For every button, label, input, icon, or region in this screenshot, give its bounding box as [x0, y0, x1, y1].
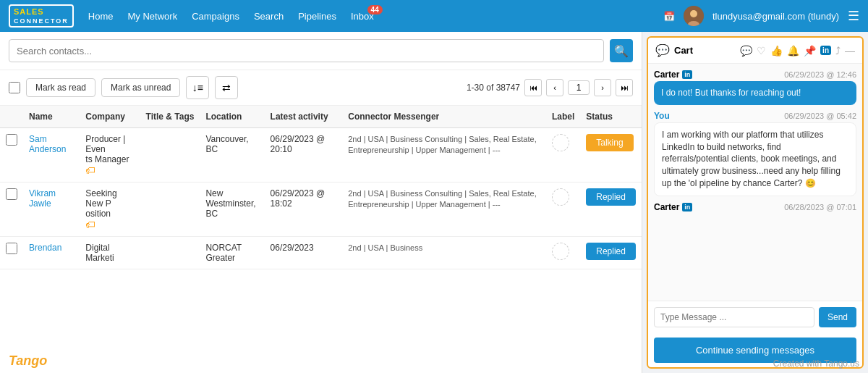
company-cell: Digital Marketi [80, 237, 140, 269]
toolbar: Mark as read Mark as unread ↓≡ ⇄ 1-30 of… [0, 70, 642, 106]
comment-icon[interactable]: 💬 [740, 45, 752, 56]
msg-time: 06/28/2023 @ 07:01 [784, 203, 856, 211]
table-row: Vikram Jawle Seeking New Position🏷 NewWe… [0, 183, 642, 237]
first-page-button[interactable]: ⏮ [524, 79, 542, 96]
company-cell: Seeking New Position🏷 [80, 183, 140, 237]
mark-read-button[interactable]: Mark as read [26, 78, 95, 97]
bell-icon[interactable]: 🔔 [787, 45, 799, 56]
activity-cell: 06/29/2023 @ 18:02 [265, 183, 343, 237]
msg-sender: Carter in [654, 70, 692, 80]
message-input-area: Send [648, 301, 862, 333]
table-row: Brendan Digital Marketi NORCATGreater 06… [0, 237, 642, 269]
messenger-header: 💬 Cart 💬 ♡ 👍 🔔 📌 in ⤴ — [648, 38, 862, 64]
message-input[interactable] [654, 307, 814, 327]
contact-name-link[interactable]: Vikram Jawle [29, 188, 56, 209]
label-circle[interactable] [552, 243, 569, 260]
col-company: Company [80, 106, 140, 128]
mark-unread-button[interactable]: Mark as unread [101, 78, 180, 97]
company-cell: Producer | Events Manager🏷 [80, 128, 140, 183]
nav-pipelines[interactable]: Pipelines [298, 11, 336, 22]
location-cell: NORCATGreater [200, 237, 264, 269]
you-label: You [654, 111, 670, 121]
assign-icon-button[interactable]: ↓≡ [186, 76, 209, 99]
nav-campaigns[interactable]: Campaigns [192, 11, 239, 22]
linkedin-badge: in [682, 70, 692, 79]
status-replied-button[interactable]: Replied [586, 243, 636, 260]
nav-search[interactable]: Search [254, 11, 284, 22]
next-page-button[interactable]: › [594, 79, 611, 96]
nav-right-section: 📅 tlundyusa@gmail.com (tlundy) ☰ [663, 6, 859, 26]
msg-meta: You 06/29/2023 @ 05:42 [654, 111, 856, 121]
col-connector: Connector Messenger [342, 106, 546, 128]
location-cell: NewWestminster,BC [200, 183, 264, 237]
status-replied-button[interactable]: Replied [586, 188, 636, 206]
contact-name-link[interactable]: Brendan [29, 243, 61, 253]
contact-name-link[interactable]: Sam Anderson [29, 134, 66, 154]
messages-area: Carter in 06/29/2023 @ 12:46 I do not! B… [648, 64, 862, 301]
pagination-text: 1-30 of 38747 [467, 83, 520, 93]
linkedin-badge: in [682, 203, 692, 211]
connector-cell: 2nd | USA | Business Consulting | Sales,… [348, 189, 537, 209]
col-activity: Latest activity [265, 106, 343, 128]
search-button[interactable]: 🔍 [610, 39, 633, 62]
title-cell [140, 237, 200, 269]
footer: Tango [9, 353, 47, 369]
minimize-icon[interactable]: — [845, 45, 855, 56]
row-checkbox[interactable] [6, 243, 17, 254]
title-cell [140, 128, 200, 183]
nav-inbox[interactable]: Inbox 44 [351, 11, 374, 22]
activity-cell: 06/29/2023 @ 20:10 [265, 128, 343, 183]
table-row: Sam Anderson Producer | Events Manager🏷 … [0, 128, 642, 183]
thumbup-icon[interactable]: 👍 [770, 45, 783, 56]
share-icon[interactable]: ⤴ [835, 45, 841, 56]
search-input[interactable] [9, 39, 604, 62]
linkedin-icon[interactable]: in [820, 46, 831, 55]
label-circle[interactable] [552, 134, 569, 151]
svg-point-1 [690, 10, 697, 17]
left-panel: 🔍 Mark as read Mark as unread ↓≡ ⇄ 1-30 … [0, 32, 642, 373]
prev-page-button[interactable]: ‹ [546, 79, 563, 96]
message-received-2: Carter in 06/28/2023 @ 07:01 [654, 202, 856, 214]
tango-logo: Tango [9, 353, 47, 368]
activity-cell: 06/29/2023 [265, 237, 343, 269]
pin-icon[interactable]: 📌 [804, 45, 816, 56]
send-button[interactable]: Send [819, 307, 856, 327]
msg-sender: Carter in [654, 202, 692, 212]
nav-my-network[interactable]: My Network [128, 11, 178, 22]
last-page-button[interactable]: ⏭ [616, 79, 633, 96]
logo: SALESCONNECTOR [9, 4, 74, 28]
col-title: Title & Tags [140, 106, 200, 128]
page-input[interactable] [568, 80, 590, 95]
hamburger-icon[interactable]: ☰ [848, 8, 859, 24]
col-location: Location [200, 106, 264, 128]
select-all-checkbox[interactable] [9, 82, 20, 93]
connector-cell: 2nd | USA | Business [348, 243, 422, 252]
label-circle[interactable] [552, 188, 569, 206]
status-talking-button[interactable]: Talking [586, 134, 633, 151]
heart-icon[interactable]: ♡ [757, 45, 766, 56]
search-bar: 🔍 [0, 32, 642, 70]
shuffle-icon-button[interactable]: ⇄ [215, 76, 238, 99]
col-name: Name [23, 106, 80, 128]
inbox-badge: 44 [367, 5, 383, 14]
msg-time: 06/29/2023 @ 05:42 [784, 112, 856, 120]
title-cell [140, 183, 200, 237]
messenger-header-icons: 💬 ♡ 👍 🔔 📌 in ⤴ — [740, 45, 855, 56]
pagination: 1-30 of 38747 ⏮ ‹ › ⏭ [467, 79, 633, 96]
calendar-icon[interactable]: 📅 [663, 11, 675, 22]
tango-credit: Created with Tango.us [773, 359, 859, 369]
col-label: Label [546, 106, 580, 128]
nav-home[interactable]: Home [88, 11, 114, 22]
row-checkbox[interactable] [6, 134, 17, 146]
avatar [684, 6, 704, 26]
msg-time: 06/29/2023 @ 12:46 [784, 70, 856, 79]
contacts-table-wrapper: Name Company Title & Tags Location Lates… [0, 106, 642, 373]
messenger-panel: 💬 Cart 💬 ♡ 👍 🔔 📌 in ⤴ — Carter in [647, 36, 864, 369]
tag-icon: 🏷 [85, 164, 95, 176]
location-cell: Vancouver, BC [200, 128, 264, 183]
user-email[interactable]: tlundyusa@gmail.com (tlundy) [712, 11, 839, 22]
top-navigation: SALESCONNECTOR Home My Network Campaigns… [0, 0, 868, 32]
message-received-1: Carter in 06/29/2023 @ 12:46 I do not! B… [654, 70, 856, 105]
contacts-table: Name Company Title & Tags Location Lates… [0, 106, 642, 269]
row-checkbox[interactable] [6, 188, 17, 200]
